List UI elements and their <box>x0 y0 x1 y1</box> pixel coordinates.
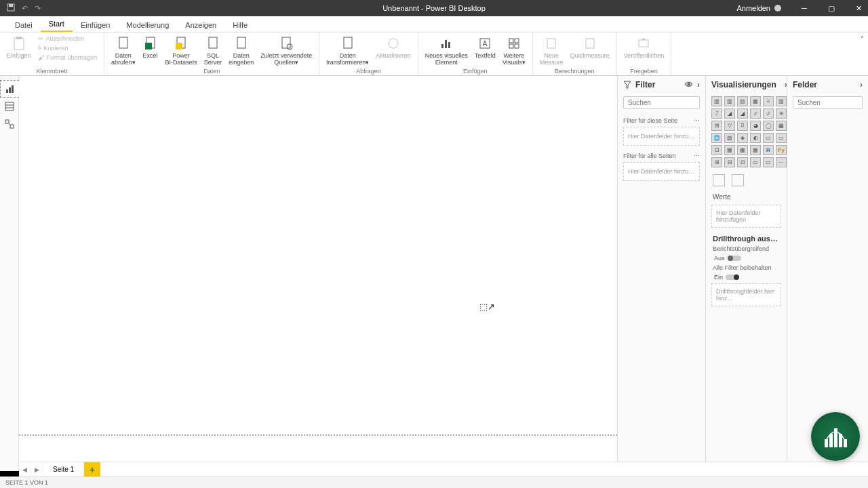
get-data-button[interactable]: Daten abrufen▾ <box>108 34 138 67</box>
viz-slicer[interactable]: ▦ <box>724 145 735 155</box>
close-button[interactable]: ✕ <box>849 0 868 16</box>
viz-qa[interactable]: ⊡ <box>737 157 748 167</box>
cross-report-toggle[interactable]: Aus <box>706 253 787 263</box>
viz-area[interactable]: ◢ <box>724 108 735 119</box>
viz-table[interactable]: ▦ <box>737 145 748 155</box>
viz-line[interactable]: ⤴ <box>711 108 722 119</box>
signin-button[interactable]: Anmelden <box>731 4 787 12</box>
report-canvas[interactable]: ⬚↗ <box>19 76 617 471</box>
fields-title: Felder <box>793 80 817 89</box>
format-tab-button[interactable] <box>732 174 744 186</box>
fields-tab-button[interactable] <box>713 174 725 186</box>
viz-pie[interactable]: ◕ <box>750 121 761 131</box>
viz-map[interactable]: 🌐 <box>711 133 722 143</box>
transform-data-button[interactable]: Daten transformieren▾ <box>323 34 372 67</box>
more-visuals-button[interactable]: Weitere Visuals▾ <box>500 34 528 67</box>
redo-icon[interactable]: ↷ <box>35 4 41 13</box>
keep-filters-toggle[interactable]: Ein <box>706 272 787 282</box>
viz-stacked-bar[interactable]: ▥ <box>711 96 722 106</box>
viz-line-column2[interactable]: ⫽ <box>763 108 774 119</box>
viz-gauge[interactable]: ◐ <box>750 133 761 143</box>
tab-home[interactable]: Start <box>41 17 73 32</box>
viz-title: Visualisierungen <box>711 80 776 89</box>
sql-server-button[interactable]: SQL Server <box>201 34 225 67</box>
viz-stacked-area[interactable]: ◢ <box>737 108 748 119</box>
viz-donut[interactable]: ◯ <box>763 121 774 131</box>
signin-label: Anmelden <box>736 4 770 12</box>
values-dropzone[interactable]: Hier Datenfelder hinzufügen <box>711 205 781 228</box>
viz-more[interactable]: ⋯ <box>776 157 787 167</box>
collapse-ribbon-icon[interactable]: ˄ <box>861 35 864 43</box>
drillthrough-dropzone[interactable]: Drillthroughfelder hier hinz... <box>711 283 781 306</box>
viz-100-column[interactable]: ▥ <box>776 96 787 106</box>
filter-search-input[interactable] <box>628 99 714 106</box>
viz-key-influencers[interactable]: ⊞ <box>711 157 722 167</box>
viz-100-bar[interactable]: ≡ <box>763 96 774 106</box>
collapse-filter-icon[interactable]: › <box>697 80 700 89</box>
viz-narrative[interactable]: ▭ <box>750 157 761 167</box>
pbi-datasets-button[interactable]: Power BI-Datasets <box>163 34 200 67</box>
new-visual-button[interactable]: Neues visuelles Element <box>422 34 471 67</box>
eye-icon[interactable]: 👁 <box>685 80 693 89</box>
tab-model[interactable]: Modellierung <box>118 18 177 32</box>
viz-clustered-bar[interactable]: ▤ <box>737 96 748 106</box>
recent-sources-button[interactable]: Zuletzt verwendete Quellen▾ <box>258 34 315 67</box>
svg-text:A: A <box>483 40 488 47</box>
viz-ribbon[interactable]: ≋ <box>776 108 787 119</box>
filter-search[interactable] <box>623 96 700 109</box>
viz-py[interactable]: Py <box>776 145 787 155</box>
maximize-button[interactable]: ▢ <box>822 0 841 16</box>
viz-clustered-column[interactable]: ▦ <box>750 96 761 106</box>
fields-search-input[interactable] <box>797 99 868 106</box>
excel-button[interactable]: Excel <box>140 34 161 60</box>
cursor-icon: ⬚↗ <box>479 302 495 312</box>
group-data: Daten <box>108 68 315 75</box>
tab-file[interactable]: Datei <box>7 18 41 32</box>
svg-rect-29 <box>12 85 14 93</box>
page-next-button[interactable]: ▶ <box>31 462 43 477</box>
fields-search[interactable] <box>793 96 863 109</box>
svg-rect-1 <box>9 4 13 7</box>
report-view-button[interactable] <box>0 80 19 98</box>
viz-shape-map[interactable]: ◈ <box>737 133 748 143</box>
filter-all-dropzone[interactable]: Hier Datenfelder hinzufüg... <box>623 162 700 181</box>
model-view-button[interactable] <box>0 115 19 133</box>
viz-stacked-column[interactable]: ▥ <box>724 96 735 106</box>
svg-rect-10 <box>237 37 245 48</box>
svg-rect-26 <box>639 40 648 47</box>
filter-all-label: Filter für alle Seiten <box>623 152 676 159</box>
viz-line-column[interactable]: ⫽ <box>750 108 761 119</box>
svg-rect-25 <box>586 39 594 48</box>
viz-paginated[interactable]: ▭ <box>763 157 774 167</box>
page-tab-1[interactable]: Seite 1 <box>43 462 84 477</box>
viz-scatter[interactable]: ⠿ <box>737 121 748 131</box>
svg-rect-22 <box>509 44 513 48</box>
undo-icon[interactable]: ↶ <box>22 4 28 13</box>
viz-decomp[interactable]: ⊟ <box>724 157 735 167</box>
viz-multi-card[interactable]: ▭ <box>776 133 787 143</box>
collapse-fields-icon[interactable]: › <box>860 80 863 89</box>
tab-view[interactable]: Anzeigen <box>177 18 224 32</box>
tab-help[interactable]: Hilfe <box>224 18 256 32</box>
enter-data-button[interactable]: Daten eingeben <box>226 34 256 67</box>
textbox-button[interactable]: ATextfeld <box>472 34 498 60</box>
filter-page-dropzone[interactable]: Hier Datenfelder hinzufüg... <box>623 127 700 146</box>
svg-rect-6 <box>145 43 152 49</box>
tab-insert[interactable]: Einfügen <box>73 18 118 32</box>
viz-waterfall[interactable]: ⊞ <box>711 121 722 131</box>
viz-funnel[interactable]: ▽ <box>724 121 735 131</box>
minimize-button[interactable]: ─ <box>795 0 814 16</box>
viz-card[interactable]: ▭ <box>763 133 774 143</box>
format-painter-button: 🖌Format übertragen <box>35 53 100 62</box>
data-view-button[interactable] <box>0 98 19 115</box>
save-icon[interactable] <box>7 3 15 13</box>
viz-r[interactable]: R <box>763 145 774 155</box>
viz-filled-map[interactable]: ▨ <box>724 133 735 143</box>
filter-page-label: Filter für diese Seite <box>623 117 677 124</box>
svg-rect-13 <box>344 37 352 48</box>
viz-treemap[interactable]: ▦ <box>776 121 787 131</box>
page-prev-button[interactable]: ◀ <box>19 462 31 477</box>
add-page-button[interactable]: + <box>84 462 100 477</box>
viz-matrix[interactable]: ▦ <box>750 145 761 155</box>
viz-kpi[interactable]: ⊡ <box>711 145 722 155</box>
